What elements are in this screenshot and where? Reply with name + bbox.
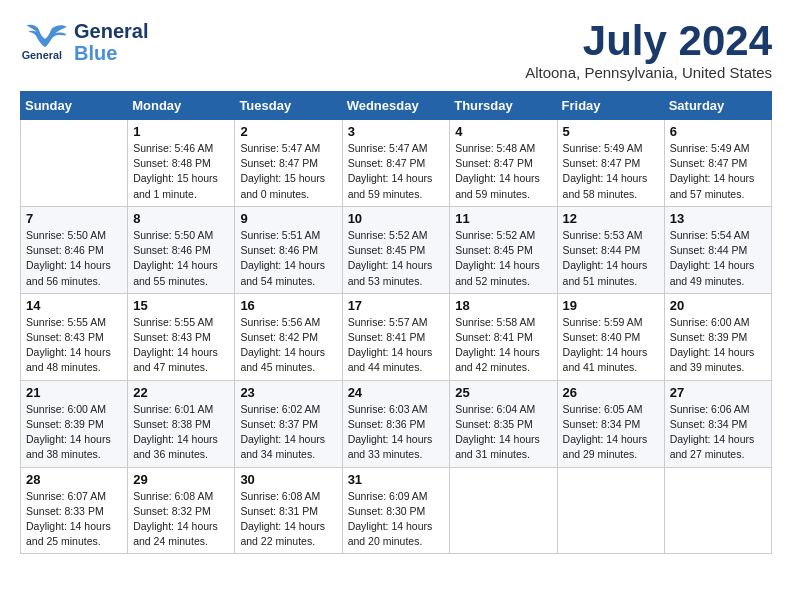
day-number: 24	[348, 385, 445, 400]
calendar-cell: 17Sunrise: 5:57 AMSunset: 8:41 PMDayligh…	[342, 293, 450, 380]
calendar-cell: 14Sunrise: 5:55 AMSunset: 8:43 PMDayligh…	[21, 293, 128, 380]
day-number: 2	[240, 124, 336, 139]
calendar-cell: 18Sunrise: 5:58 AMSunset: 8:41 PMDayligh…	[450, 293, 557, 380]
day-number: 25	[455, 385, 551, 400]
day-info: Sunrise: 5:53 AMSunset: 8:44 PMDaylight:…	[563, 228, 659, 289]
calendar-cell: 9Sunrise: 5:51 AMSunset: 8:46 PMDaylight…	[235, 206, 342, 293]
day-info: Sunrise: 6:08 AMSunset: 8:31 PMDaylight:…	[240, 489, 336, 550]
day-info: Sunrise: 6:05 AMSunset: 8:34 PMDaylight:…	[563, 402, 659, 463]
day-info: Sunrise: 6:06 AMSunset: 8:34 PMDaylight:…	[670, 402, 766, 463]
day-number: 12	[563, 211, 659, 226]
day-header-thursday: Thursday	[450, 92, 557, 120]
logo-text-area: General Blue	[74, 20, 148, 64]
day-number: 7	[26, 211, 122, 226]
calendar-cell: 11Sunrise: 5:52 AMSunset: 8:45 PMDayligh…	[450, 206, 557, 293]
calendar-cell: 3Sunrise: 5:47 AMSunset: 8:47 PMDaylight…	[342, 120, 450, 207]
day-number: 30	[240, 472, 336, 487]
calendar-cell: 10Sunrise: 5:52 AMSunset: 8:45 PMDayligh…	[342, 206, 450, 293]
calendar-week-2: 7Sunrise: 5:50 AMSunset: 8:46 PMDaylight…	[21, 206, 772, 293]
calendar-table: SundayMondayTuesdayWednesdayThursdayFrid…	[20, 91, 772, 554]
day-number: 29	[133, 472, 229, 487]
calendar-cell: 27Sunrise: 6:06 AMSunset: 8:34 PMDayligh…	[664, 380, 771, 467]
day-info: Sunrise: 5:55 AMSunset: 8:43 PMDaylight:…	[26, 315, 122, 376]
day-number: 14	[26, 298, 122, 313]
day-header-tuesday: Tuesday	[235, 92, 342, 120]
calendar-cell: 29Sunrise: 6:08 AMSunset: 8:32 PMDayligh…	[128, 467, 235, 554]
day-info: Sunrise: 5:48 AMSunset: 8:47 PMDaylight:…	[455, 141, 551, 202]
logo-icon: General	[20, 22, 70, 62]
calendar-cell: 22Sunrise: 6:01 AMSunset: 8:38 PMDayligh…	[128, 380, 235, 467]
day-number: 23	[240, 385, 336, 400]
day-info: Sunrise: 5:57 AMSunset: 8:41 PMDaylight:…	[348, 315, 445, 376]
day-info: Sunrise: 5:47 AMSunset: 8:47 PMDaylight:…	[348, 141, 445, 202]
day-info: Sunrise: 5:49 AMSunset: 8:47 PMDaylight:…	[563, 141, 659, 202]
calendar-cell: 12Sunrise: 5:53 AMSunset: 8:44 PMDayligh…	[557, 206, 664, 293]
day-number: 20	[670, 298, 766, 313]
calendar-cell: 31Sunrise: 6:09 AMSunset: 8:30 PMDayligh…	[342, 467, 450, 554]
day-number: 21	[26, 385, 122, 400]
day-number: 5	[563, 124, 659, 139]
month-title: July 2024	[525, 20, 772, 62]
calendar-cell: 30Sunrise: 6:08 AMSunset: 8:31 PMDayligh…	[235, 467, 342, 554]
calendar-cell	[557, 467, 664, 554]
calendar-cell: 16Sunrise: 5:56 AMSunset: 8:42 PMDayligh…	[235, 293, 342, 380]
page-header: General General Blue July 2024 Altoona, …	[20, 20, 772, 81]
day-number: 1	[133, 124, 229, 139]
day-header-saturday: Saturday	[664, 92, 771, 120]
calendar-cell: 20Sunrise: 6:00 AMSunset: 8:39 PMDayligh…	[664, 293, 771, 380]
calendar-cell: 2Sunrise: 5:47 AMSunset: 8:47 PMDaylight…	[235, 120, 342, 207]
calendar-week-3: 14Sunrise: 5:55 AMSunset: 8:43 PMDayligh…	[21, 293, 772, 380]
day-number: 10	[348, 211, 445, 226]
day-info: Sunrise: 5:50 AMSunset: 8:46 PMDaylight:…	[26, 228, 122, 289]
calendar-cell: 1Sunrise: 5:46 AMSunset: 8:48 PMDaylight…	[128, 120, 235, 207]
day-info: Sunrise: 5:59 AMSunset: 8:40 PMDaylight:…	[563, 315, 659, 376]
calendar-cell: 7Sunrise: 5:50 AMSunset: 8:46 PMDaylight…	[21, 206, 128, 293]
calendar-cell: 26Sunrise: 6:05 AMSunset: 8:34 PMDayligh…	[557, 380, 664, 467]
calendar-cell: 8Sunrise: 5:50 AMSunset: 8:46 PMDaylight…	[128, 206, 235, 293]
day-header-wednesday: Wednesday	[342, 92, 450, 120]
day-info: Sunrise: 6:04 AMSunset: 8:35 PMDaylight:…	[455, 402, 551, 463]
calendar-cell: 21Sunrise: 6:00 AMSunset: 8:39 PMDayligh…	[21, 380, 128, 467]
day-info: Sunrise: 5:52 AMSunset: 8:45 PMDaylight:…	[455, 228, 551, 289]
day-number: 15	[133, 298, 229, 313]
calendar-cell: 5Sunrise: 5:49 AMSunset: 8:47 PMDaylight…	[557, 120, 664, 207]
day-number: 31	[348, 472, 445, 487]
day-number: 19	[563, 298, 659, 313]
day-number: 13	[670, 211, 766, 226]
day-number: 11	[455, 211, 551, 226]
title-area: July 2024 Altoona, Pennsylvania, United …	[525, 20, 772, 81]
day-info: Sunrise: 5:56 AMSunset: 8:42 PMDaylight:…	[240, 315, 336, 376]
svg-text:General: General	[22, 49, 62, 61]
day-info: Sunrise: 5:46 AMSunset: 8:48 PMDaylight:…	[133, 141, 229, 202]
calendar-cell: 15Sunrise: 5:55 AMSunset: 8:43 PMDayligh…	[128, 293, 235, 380]
logo-blue: Blue	[74, 42, 148, 64]
calendar-cell: 24Sunrise: 6:03 AMSunset: 8:36 PMDayligh…	[342, 380, 450, 467]
calendar-cell: 4Sunrise: 5:48 AMSunset: 8:47 PMDaylight…	[450, 120, 557, 207]
day-info: Sunrise: 6:08 AMSunset: 8:32 PMDaylight:…	[133, 489, 229, 550]
calendar-cell: 23Sunrise: 6:02 AMSunset: 8:37 PMDayligh…	[235, 380, 342, 467]
day-number: 3	[348, 124, 445, 139]
day-number: 4	[455, 124, 551, 139]
day-info: Sunrise: 6:00 AMSunset: 8:39 PMDaylight:…	[26, 402, 122, 463]
day-info: Sunrise: 5:52 AMSunset: 8:45 PMDaylight:…	[348, 228, 445, 289]
day-number: 9	[240, 211, 336, 226]
day-info: Sunrise: 6:01 AMSunset: 8:38 PMDaylight:…	[133, 402, 229, 463]
day-info: Sunrise: 5:51 AMSunset: 8:46 PMDaylight:…	[240, 228, 336, 289]
calendar-cell: 6Sunrise: 5:49 AMSunset: 8:47 PMDaylight…	[664, 120, 771, 207]
day-number: 26	[563, 385, 659, 400]
day-info: Sunrise: 6:09 AMSunset: 8:30 PMDaylight:…	[348, 489, 445, 550]
day-info: Sunrise: 5:55 AMSunset: 8:43 PMDaylight:…	[133, 315, 229, 376]
day-header-monday: Monday	[128, 92, 235, 120]
day-number: 6	[670, 124, 766, 139]
day-info: Sunrise: 5:50 AMSunset: 8:46 PMDaylight:…	[133, 228, 229, 289]
calendar-week-4: 21Sunrise: 6:00 AMSunset: 8:39 PMDayligh…	[21, 380, 772, 467]
day-info: Sunrise: 5:58 AMSunset: 8:41 PMDaylight:…	[455, 315, 551, 376]
day-info: Sunrise: 5:47 AMSunset: 8:47 PMDaylight:…	[240, 141, 336, 202]
calendar-week-5: 28Sunrise: 6:07 AMSunset: 8:33 PMDayligh…	[21, 467, 772, 554]
location: Altoona, Pennsylvania, United States	[525, 64, 772, 81]
calendar-cell: 25Sunrise: 6:04 AMSunset: 8:35 PMDayligh…	[450, 380, 557, 467]
day-info: Sunrise: 6:07 AMSunset: 8:33 PMDaylight:…	[26, 489, 122, 550]
day-header-friday: Friday	[557, 92, 664, 120]
calendar-cell	[450, 467, 557, 554]
day-number: 16	[240, 298, 336, 313]
